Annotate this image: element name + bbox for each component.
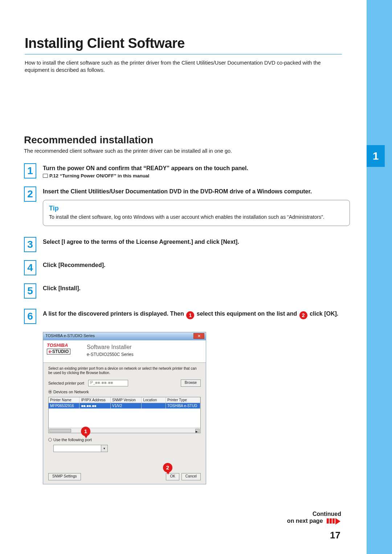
step-5-text: Click [Install]. (43, 285, 350, 292)
row-snmp: V1/V2 (111, 403, 142, 409)
step-number: 6 (24, 309, 36, 324)
col-type: Printer Type (166, 397, 200, 403)
step-2: 2 Insert the Client Utilities/User Docum… (24, 186, 350, 226)
figure-callout-2: 2 (163, 463, 172, 472)
step-4-text: Click [Recommended]. (43, 262, 350, 269)
installer-header: TOSHIBA e·STUDIO Software Installer e-ST… (43, 340, 206, 363)
intro-text: How to install the client software such … (25, 59, 342, 74)
running-head: Installing Client Software (277, 19, 346, 25)
step-number: 5 (24, 283, 36, 299)
step-3: 3 Select [I agree to the terms of the Li… (24, 237, 350, 252)
step-number: 2 (24, 186, 36, 202)
close-button[interactable]: ✕ (193, 333, 204, 339)
page-number: 17 (330, 530, 340, 541)
tip-box: Tip To install the client software, log … (43, 200, 350, 226)
row-type: TOSHIBA e-STUD (166, 403, 200, 409)
devices-label: Devices on Network (53, 390, 89, 394)
step-1-ref-text: P.12 “Turning Power ON/OFF” in this manu… (49, 173, 149, 178)
estudio-rest: ·STUDIO (51, 349, 69, 354)
ip-prefix: IP_ (90, 381, 95, 385)
step-6-text-a: A list for the discovered printers is di… (43, 311, 185, 317)
estudio-logo: e·STUDIO (47, 349, 70, 354)
step-6-text: A list for the discovered printers is di… (43, 310, 350, 319)
step-number: 3 (24, 237, 36, 252)
row-location (142, 403, 166, 409)
row-ip-blur: ■■.■■.■■ (81, 404, 96, 408)
section-title: Recommended installation (24, 134, 350, 146)
snmp-settings-button[interactable]: SNMP Settings (48, 473, 81, 480)
printer-row-selected[interactable]: MFP06532916 ■■.■■.■■ V1/V2 TOSHIBA e-STU… (49, 403, 200, 409)
chapter-tab: 1 (367, 145, 385, 167)
col-snmp: SNMP Version (111, 397, 142, 403)
continued-b: on next page (287, 518, 323, 524)
step-1-ref: P.12 “Turning Power ON/OFF” in this manu… (43, 173, 350, 178)
chevron-down-icon: ▾ (101, 445, 107, 452)
installer-title: TOSHIBA e-STUDIO Series (45, 333, 95, 338)
title-rule (25, 54, 342, 54)
list-header: Printer Name IP/IPX Address SNMP Version… (49, 397, 200, 403)
radio-use-port[interactable] (48, 438, 52, 442)
selected-port-field[interactable]: IP_■■.■■.■■ (88, 380, 128, 386)
inline-callout-1: 1 (186, 311, 194, 319)
radio-devices-on-network[interactable] (48, 390, 52, 394)
continued-label: Continued on next page (287, 511, 341, 525)
step-number: 4 (24, 260, 36, 275)
step-1-text: Turn the power ON and confirm that “READ… (43, 165, 350, 172)
step-6-text-c: click [OK]. (310, 311, 338, 317)
page-title: Installing Client Software (25, 36, 342, 51)
step-1: 1 Turn the power ON and confirm that “RE… (24, 163, 350, 178)
step-3-text: Select [I agree to the terms of the Lice… (43, 238, 350, 246)
installer-heading: Software Installer (87, 344, 132, 350)
installer-footer: SNMP Settings OK Cancel (48, 473, 201, 480)
step-4: 4 Click [Recommended]. (24, 260, 350, 275)
section-lead: The recommended client software such as … (24, 148, 350, 154)
step-2-text: Insert the Client Utilities/User Documen… (43, 188, 350, 196)
figure-callout-1: 1 (81, 427, 90, 436)
ip-blurred: ■■.■■.■■ (95, 381, 113, 385)
installer-dialog: TOSHIBA e-STUDIO Series ✕ TOSHIBA e·STUD… (43, 332, 206, 484)
horizontal-scrollbar[interactable]: ▸ (49, 428, 200, 433)
printer-list[interactable]: Printer Name IP/IPX Address SNMP Version… (48, 397, 201, 433)
installer-body: Select an existing printer port from a d… (43, 363, 206, 459)
row-ip: ■■.■■.■■ (79, 403, 110, 409)
tip-text: To install the client software, log onto… (49, 214, 344, 221)
installer-titlebar: TOSHIBA e-STUDIO Series ✕ (43, 332, 206, 340)
step-6-text-b: select this equipment on the list and (197, 311, 299, 317)
page: Installing Client Software Installing Cl… (0, 0, 367, 554)
main-content: Recommended installation The recommended… (24, 134, 350, 484)
browse-button[interactable]: Browse (181, 379, 201, 387)
continued-a: Continued (313, 511, 341, 517)
step-number: 1 (24, 163, 36, 178)
col-location: Location (142, 397, 166, 403)
inline-callout-2: 2 (299, 311, 307, 319)
selected-port-label: Selected printer port (48, 381, 88, 385)
step-5: 5 Click [Install]. (24, 283, 350, 299)
step-6: 6 A list for the discovered printers is … (24, 309, 350, 324)
installer-desc: Select an existing printer port from a d… (48, 366, 201, 375)
tip-title: Tip (49, 205, 344, 212)
cancel-button[interactable]: Cancel (181, 473, 201, 480)
title-panel: Installing Client Software How to instal… (17, 29, 350, 82)
arrow-right-icon (327, 518, 341, 525)
book-icon (43, 174, 48, 178)
port-dropdown[interactable]: ▾ (53, 445, 108, 452)
installer-series: e-STUDIO2550C Series (87, 352, 134, 357)
estudio-e: e (49, 349, 51, 354)
col-ip: IP/IPX Address (79, 397, 110, 403)
row-name: MFP06532916 (49, 403, 79, 409)
col-printer-name: Printer Name (49, 397, 79, 403)
